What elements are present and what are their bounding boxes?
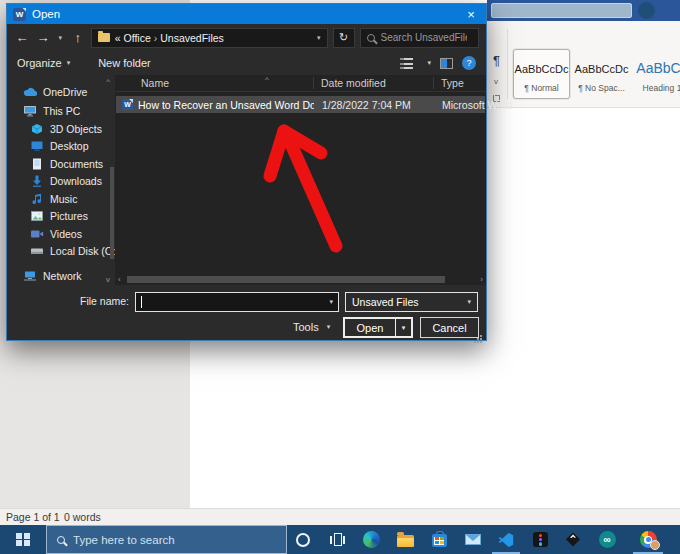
sidebar-item-local-disk-c[interactable]: Local Disk (C:)	[7, 243, 115, 261]
recent-locations-chevron-icon[interactable]: ▾	[56, 34, 65, 42]
column-divider[interactable]	[313, 77, 314, 89]
preview-pane-icon[interactable]	[440, 58, 453, 69]
file-name-input[interactable]: ▾	[135, 292, 339, 312]
inkscape-button[interactable]	[558, 525, 588, 554]
paragraph-chevron-icon[interactable]: v	[494, 77, 498, 86]
edge-button[interactable]	[356, 525, 386, 554]
horizontal-scrollbar[interactable]: ‹ ›	[115, 274, 486, 285]
store-button[interactable]	[424, 525, 454, 554]
help-button[interactable]: ?	[462, 56, 476, 70]
sidebar-scroll-up-icon[interactable]: ^	[106, 77, 110, 86]
cancel-button[interactable]: Cancel	[420, 317, 479, 338]
sidebar-item-network[interactable]: Network	[7, 267, 115, 285]
dialog-search-input[interactable]	[381, 32, 467, 43]
file-row[interactable]: W How to Recover an Unsaved Word Docu...…	[116, 96, 485, 113]
file-name: How to Recover an Unsaved Word Docu...	[138, 99, 314, 111]
style-no-spacing[interactable]: AaBbCcDc ¶ No Spac...	[573, 49, 630, 99]
chrome-button[interactable]	[633, 525, 663, 554]
page-count-status[interactable]: Page 1 of 1	[6, 511, 60, 523]
organize-button[interactable]: Organize ▾	[17, 57, 70, 69]
cortana-button[interactable]	[288, 525, 318, 554]
column-header-date-modified[interactable]: Date modified	[321, 77, 386, 89]
style-no-spacing-sample: AaBbCcDc	[575, 63, 629, 75]
crumb-unsavedfiles[interactable]: UnsavedFiles	[160, 32, 224, 44]
word-account-avatar[interactable]	[638, 2, 655, 19]
back-button[interactable]: ←	[14, 30, 30, 45]
sidebar-item-desktop[interactable]: Desktop	[7, 138, 115, 156]
word-titlebar	[487, 0, 680, 21]
scroll-right-icon[interactable]: ›	[480, 275, 483, 284]
horizontal-scrollbar-thumb[interactable]	[127, 276, 445, 283]
style-heading1-sample: AaBbCc	[636, 60, 680, 76]
word-status-bar: Page 1 of 1 0 words	[0, 508, 680, 525]
column-header-type[interactable]: Type	[441, 77, 464, 89]
sidebar-item-music[interactable]: Music	[7, 190, 115, 208]
open-split-button[interactable]: Open ▾	[343, 317, 413, 338]
screen: ¶ v AaBbCcDc ¶ Normal AaBbCcDc ¶ No Spac…	[0, 0, 680, 554]
mail-button[interactable]	[458, 525, 488, 554]
sidebar-scroll-down-icon[interactable]: v	[106, 275, 110, 284]
sidebar-item-this-pc[interactable]: This PC	[7, 103, 115, 121]
file-explorer-button[interactable]	[390, 525, 420, 554]
crumb-overflow[interactable]: «	[115, 32, 121, 44]
sidebar-item-pictures[interactable]: Pictures	[7, 208, 115, 226]
word-count-status[interactable]: 0 words	[64, 511, 101, 523]
figma-icon	[533, 532, 548, 547]
navigation-sidebar: ^ OneDrive This PC 3D Objects Desktop	[7, 75, 115, 285]
file-date-modified: 1/28/2022 7:04 PM	[322, 99, 411, 111]
windows-logo-icon	[16, 533, 30, 547]
file-name-label: File name:	[65, 295, 129, 307]
close-button[interactable]: ×	[456, 4, 486, 24]
sidebar-label: Pictures	[50, 210, 88, 222]
edge-icon	[363, 531, 380, 548]
desktop-icon	[30, 140, 44, 152]
breadcrumb[interactable]: « Office›UnsavedFiles ▾	[91, 28, 328, 48]
sidebar-scrollbar-thumb[interactable]	[110, 167, 114, 259]
sidebar-item-onedrive[interactable]: OneDrive	[7, 83, 115, 101]
open-dropdown-icon[interactable]: ▾	[395, 319, 411, 336]
breadcrumb-path[interactable]: « Office›UnsavedFiles	[115, 32, 312, 44]
new-folder-button[interactable]: New folder	[98, 57, 151, 69]
forward-button[interactable]: →	[35, 30, 51, 45]
file-name-dropdown-chevron-icon[interactable]: ▾	[329, 298, 333, 306]
address-dropdown-chevron-icon[interactable]: ▾	[317, 34, 321, 42]
sidebar-item-downloads[interactable]: Downloads	[7, 173, 115, 191]
folder-icon	[98, 33, 110, 42]
word-search-box[interactable]	[491, 3, 632, 18]
start-button[interactable]	[0, 525, 46, 554]
sidebar-item-documents[interactable]: Documents	[7, 155, 115, 173]
column-header-name[interactable]: Name	[141, 77, 169, 89]
sidebar-item-3d-objects[interactable]: 3D Objects	[7, 120, 115, 138]
view-options-caret-icon[interactable]: ▾	[427, 59, 431, 67]
show-hide-pilcrow-button[interactable]: ¶	[493, 53, 500, 68]
style-heading1[interactable]: AaBbCc Heading 1	[632, 49, 680, 99]
style-normal[interactable]: AaBbCcDc ¶ Normal	[513, 49, 570, 99]
open-button[interactable]: Open	[345, 319, 395, 336]
dialog-titlebar[interactable]: W Open ×	[7, 4, 486, 24]
column-divider[interactable]	[433, 77, 434, 89]
task-view-button[interactable]	[322, 525, 352, 554]
crumb-office[interactable]: Office	[123, 32, 150, 44]
organize-label: Organize	[17, 57, 62, 69]
refresh-button[interactable]: ↻	[333, 28, 355, 48]
windows-taskbar: ∞	[0, 525, 680, 554]
chrome-profile-avatar	[650, 540, 660, 550]
up-button[interactable]: ↑	[70, 30, 86, 45]
arduino-button[interactable]: ∞	[592, 525, 622, 554]
document-icon	[30, 158, 44, 170]
tools-button[interactable]: Tools ▾	[293, 321, 330, 333]
scroll-left-icon[interactable]: ‹	[118, 275, 121, 284]
dialog-search-box[interactable]	[360, 28, 479, 48]
taskbar-search-box[interactable]	[46, 525, 287, 554]
taskbar-search-input[interactable]	[73, 534, 243, 546]
word-app-icon: W	[13, 8, 26, 21]
task-view-icon	[330, 533, 345, 546]
vscode-button[interactable]	[491, 525, 521, 554]
list-view-icon[interactable]	[400, 58, 413, 69]
style-no-spacing-label: ¶ No Spac...	[574, 83, 629, 93]
figma-button[interactable]	[525, 525, 555, 554]
file-type: Microsoft Word	[442, 99, 512, 111]
file-type-select[interactable]: Unsaved Files ▾	[345, 292, 478, 312]
sidebar-item-videos[interactable]: Videos	[7, 225, 115, 243]
resize-grip[interactable]	[480, 335, 482, 337]
